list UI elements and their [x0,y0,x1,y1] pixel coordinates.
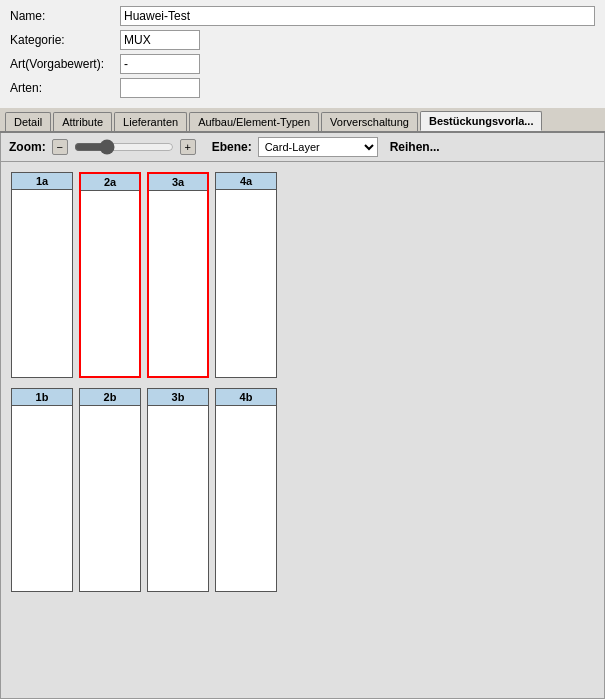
card-2a-body [81,191,139,376]
name-input[interactable] [120,6,595,26]
card-1b[interactable]: 1b [11,388,73,592]
card-1a-header: 1a [12,173,72,190]
card-3a[interactable]: 3a [147,172,209,378]
card-4a-header: 4a [216,173,276,190]
card-3b-header: 3b [148,389,208,406]
card-4b-body [216,406,276,591]
card-1a[interactable]: 1a [11,172,73,378]
tab-bestuckung[interactable]: Bestückungsvorla... [420,111,543,131]
card-3a-header: 3a [149,174,207,191]
card-3b-body [148,406,208,591]
card-2a[interactable]: 2a [79,172,141,378]
tab-vorverschaltung[interactable]: Vorverschaltung [321,112,418,131]
reihen-label: Reihen... [390,140,440,154]
card-2b-body [80,406,140,591]
card-4b[interactable]: 4b [215,388,277,592]
kategorie-label: Kategorie: [10,33,120,47]
zoom-slider[interactable] [74,140,174,154]
card-1b-body [12,406,72,591]
tab-aufbau[interactable]: Aufbau/Element-Typen [189,112,319,131]
zoom-label: Zoom: [9,140,46,154]
cards-row-top: 1a 2a 3a 4a [11,172,594,378]
tabs-bar: Detail Attribute Lieferanten Aufbau/Elem… [0,108,605,133]
zoom-minus-button[interactable]: − [52,139,68,155]
art-label: Art(Vorgabewert): [10,57,120,71]
card-4a[interactable]: 4a [215,172,277,378]
card-2a-header: 2a [81,174,139,191]
card-2b-header: 2b [80,389,140,406]
ebene-label: Ebene: [212,140,252,154]
card-3b[interactable]: 3b [147,388,209,592]
tab-lieferanten[interactable]: Lieferanten [114,112,187,131]
tab-detail[interactable]: Detail [5,112,51,131]
card-1b-header: 1b [12,389,72,406]
zoom-plus-button[interactable]: + [180,139,196,155]
arten-label: Arten: [10,81,120,95]
card-4b-header: 4b [216,389,276,406]
name-label: Name: [10,9,120,23]
arten-input[interactable] [120,78,200,98]
toolbar: Zoom: − + Ebene: Card-Layer Layer 1 Laye… [1,133,604,162]
tab-content-bestuckung: Zoom: − + Ebene: Card-Layer Layer 1 Laye… [0,133,605,699]
art-input[interactable] [120,54,200,74]
card-4a-body [216,190,276,375]
card-3a-body [149,191,207,376]
kategorie-input[interactable] [120,30,200,50]
tab-attribute[interactable]: Attribute [53,112,112,131]
card-1a-body [12,190,72,375]
cards-area: 1a 2a 3a 4a 1b [1,162,604,698]
card-2b[interactable]: 2b [79,388,141,592]
cards-row-bottom: 1b 2b 3b 4b [11,388,594,592]
ebene-select[interactable]: Card-Layer Layer 1 Layer 2 [258,137,378,157]
